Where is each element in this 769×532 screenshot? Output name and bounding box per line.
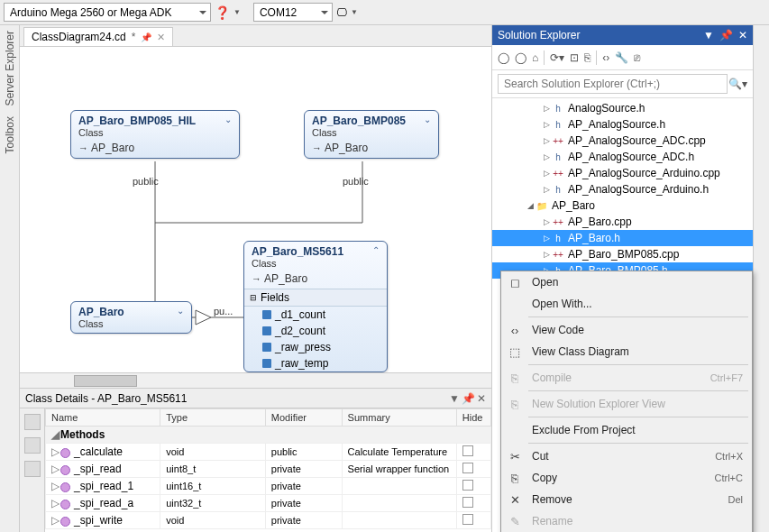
menu-label: Rename	[532, 515, 743, 527]
group-row[interactable]: ◢Methods	[46, 427, 491, 444]
context-menu-item[interactable]: ⎘CopyCtrl+C	[501, 467, 752, 489]
search-icon[interactable]: 🔍▾	[728, 78, 747, 90]
col-type[interactable]: Type	[160, 409, 266, 427]
dropdown-icon[interactable]: ▼	[703, 29, 714, 41]
class-ms5611[interactable]: AP_Baro_MS5611Class⌃ → AP_Baro ⊟Fields _…	[243, 241, 388, 372]
tree-item[interactable]: ▷++AP_Baro.cpp	[492, 214, 753, 230]
pin-icon[interactable]: 📌	[719, 29, 733, 41]
class-bmp085-hil[interactable]: AP_Baro_BMP085_HILClass⌄ → AP_Baro	[70, 110, 240, 159]
collapse-icon[interactable]: ⊡	[570, 51, 579, 64]
field-icon	[262, 326, 271, 335]
col-name[interactable]: Name	[46, 409, 160, 427]
document-tabs: ClassDiagram24.cd* 📌 ✕	[20, 25, 491, 47]
left-sidebar-tabs: Server Explorer Toolbox	[0, 25, 20, 532]
search-input[interactable]	[498, 74, 728, 94]
home-icon[interactable]: ⌂	[532, 51, 538, 64]
wrench-icon[interactable]: 🔧	[615, 51, 628, 64]
back-icon[interactable]: ◯	[498, 51, 509, 64]
chevron-down-icon[interactable]: ⌄	[177, 306, 184, 316]
context-menu-item: ⎘CompileCtrl+F7	[501, 367, 752, 389]
port-selector[interactable]: COM12	[253, 3, 333, 22]
code-icon[interactable]: ‹›	[602, 51, 609, 64]
col-hide[interactable]: Hide	[456, 409, 490, 427]
field-item[interactable]: _raw_temp	[244, 355, 387, 371]
field-icon	[262, 310, 271, 319]
class-bmp085[interactable]: AP_Baro_BMP085Class⌄ → AP_Baro	[304, 110, 439, 159]
refresh-icon[interactable]: ⟳▾	[550, 51, 564, 64]
pin-icon[interactable]: 📌	[462, 392, 475, 405]
context-menu-item[interactable]: ⬚View Class Diagram	[501, 341, 752, 362]
chevron-down-icon[interactable]: ⌄	[424, 115, 431, 124]
dropdown-icon[interactable]: ▼	[449, 392, 460, 405]
tree-item[interactable]: ▷hAnalogSource.h	[492, 100, 753, 116]
side-btn[interactable]	[24, 437, 41, 454]
tree-label: AP_Baro_BMP085.cpp	[568, 248, 679, 261]
board-label: Arduino Mega 2560 or Mega ADK	[10, 6, 171, 19]
inheritance-label: pu...	[214, 306, 233, 316]
menu-label: Open With...	[532, 298, 743, 310]
tab-classdiagram[interactable]: ClassDiagram24.cd* 📌 ✕	[23, 27, 173, 46]
show-all-icon[interactable]: ⎘	[584, 51, 590, 64]
chevron-down-icon[interactable]: ⌄	[224, 115, 232, 124]
forward-icon[interactable]: ◯	[515, 51, 526, 64]
context-menu-item[interactable]: ✕RemoveDel	[501, 489, 752, 510]
close-icon[interactable]: ✕	[477, 392, 486, 405]
monitor-icon[interactable]: 🖵	[336, 6, 347, 19]
side-btn[interactable]	[24, 461, 41, 477]
svg-marker-4	[196, 310, 211, 325]
close-icon[interactable]: ✕	[157, 32, 165, 43]
context-menu-item[interactable]: ◻Open	[501, 271, 752, 293]
tree-item[interactable]: ▷++AP_AnalogSource_ADC.cpp	[492, 133, 753, 149]
chevron-up-icon[interactable]: ⌃	[372, 245, 380, 255]
hide-checkbox[interactable]	[462, 463, 473, 473]
toolbox-tab[interactable]: Toolbox	[2, 111, 18, 159]
table-row[interactable]: ▷_spi_read_auint32_tprivate	[46, 495, 491, 512]
tree-item[interactable]: ◢📁AP_Baro	[492, 197, 753, 214]
tree-item[interactable]: ▷++AP_Baro_BMP085.cpp	[492, 246, 753, 262]
tree-label: AP_AnalogSource_Arduino.h	[568, 183, 709, 196]
tree-item[interactable]: ▷hAP_AnalogSource.h	[492, 116, 753, 133]
horizontal-scrollbar[interactable]	[20, 372, 491, 388]
properties-icon[interactable]: ⎚	[634, 51, 640, 64]
context-menu-item[interactable]: Open With...	[501, 293, 752, 315]
context-menu-item[interactable]: Exclude From Project	[501, 419, 752, 441]
close-icon[interactable]: ✕	[738, 29, 747, 41]
menu-icon: ⎘	[505, 398, 525, 411]
hide-checkbox[interactable]	[462, 497, 473, 508]
table-row[interactable]: ▷_spi_read_1uint16_tprivate	[46, 478, 491, 495]
context-menu-item[interactable]: ‹›View Code	[501, 319, 752, 341]
hide-checkbox[interactable]	[462, 445, 473, 456]
class-ap-baro[interactable]: AP_BaroClass⌄	[70, 301, 192, 334]
class-diagram-canvas[interactable]: AP_Baro_BMP085_HILClass⌄ → AP_Baro AP_Ba…	[20, 47, 491, 372]
side-btn[interactable]	[24, 414, 41, 430]
board-selector[interactable]: Arduino Mega 2560 or Mega ADK	[4, 3, 211, 22]
class-kind: Class	[312, 127, 406, 138]
solution-search: 🔍▾	[492, 70, 753, 98]
table-row[interactable]: ▷_spi_writevoidprivate	[46, 512, 491, 529]
table-row[interactable]: ▷_spi_readuint8_tprivateSerial wrapper f…	[46, 461, 491, 478]
scroll-thumb[interactable]	[74, 375, 137, 387]
field-item[interactable]: _d1_count	[244, 307, 387, 323]
menu-icon: ⬚	[505, 345, 525, 359]
field-item[interactable]: _raw_press	[244, 339, 387, 355]
menu-icon: ⎘	[505, 371, 525, 385]
class-details-pane: Class Details - AP_Baro_MS5611 ▼📌✕ Name …	[20, 388, 491, 532]
col-modifier[interactable]: Modifier	[265, 409, 342, 427]
server-explorer-tab[interactable]: Server Explorer	[2, 25, 18, 111]
class-base: → AP_Baro	[71, 142, 239, 158]
hide-checkbox[interactable]	[462, 480, 473, 491]
pin-icon[interactable]: 📌	[141, 32, 151, 42]
tree-item[interactable]: ▷hAP_Baro.h	[492, 230, 753, 246]
menu-icon: ✕	[505, 493, 525, 507]
table-row[interactable]: ▷_calculatevoidpublicCalculate Temperatu…	[46, 444, 491, 461]
fields-section[interactable]: ⊟Fields	[244, 289, 387, 307]
tree-item[interactable]: ▷hAP_AnalogSource_Arduino.h	[492, 181, 753, 197]
tree-item[interactable]: ▷hAP_AnalogSource_ADC.h	[492, 149, 753, 165]
hide-checkbox[interactable]	[462, 514, 473, 525]
tree-item[interactable]: ▷++AP_AnalogSource_Arduino.cpp	[492, 165, 753, 181]
menu-icon: ◻	[505, 276, 525, 289]
help-icon[interactable]: ❓	[215, 5, 230, 20]
col-summary[interactable]: Summary	[342, 409, 456, 427]
context-menu-item[interactable]: ✂CutCtrl+X	[501, 445, 752, 467]
field-item[interactable]: _d2_count	[244, 323, 387, 339]
